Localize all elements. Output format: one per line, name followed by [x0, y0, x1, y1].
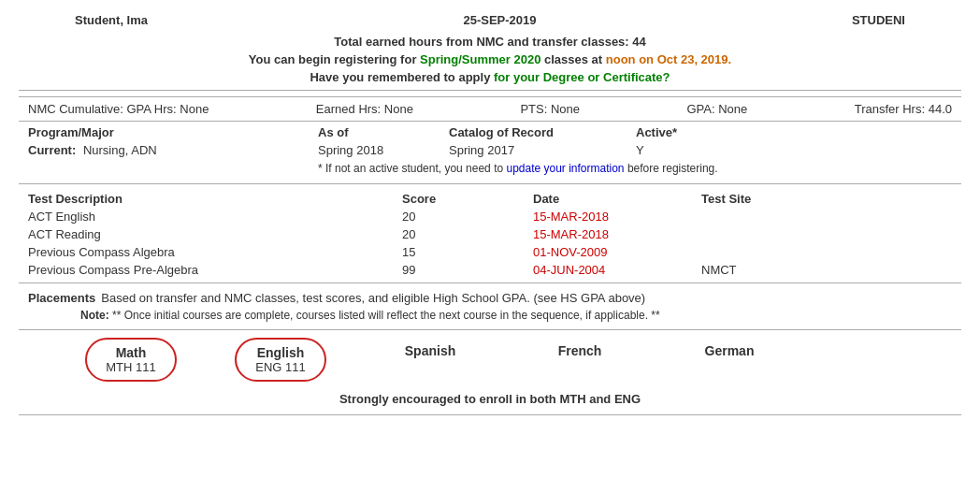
active-value: Y: [636, 143, 644, 157]
test-section: Test Description Score Date Test Site AC…: [19, 184, 961, 283]
placement-boxes-row: Math MTH 111 English ENG 111 Spanish Fre…: [19, 330, 961, 389]
register-time: noon on Oct 23, 2019.: [606, 52, 731, 66]
table-row: ACT English 20 15-MAR-2018: [19, 208, 961, 225]
test-score: 20: [402, 210, 533, 224]
degree-link[interactable]: for your Degree or Certificate?: [494, 70, 670, 84]
subject-title: French: [558, 343, 602, 358]
divider-bottom: [19, 414, 961, 415]
test-score: 20: [402, 227, 533, 241]
test-date: 15-MAR-2018: [533, 210, 701, 224]
subject-title: Math: [106, 345, 155, 360]
gpa-transfer: Transfer Hrs: 44.0: [855, 102, 952, 116]
placement-subject: Spanish: [355, 338, 505, 364]
placement-subject: German: [655, 338, 804, 364]
gpa-cumulative: NMC Cumulative: GPA Hrs: None: [28, 102, 209, 116]
test-description: Previous Compass Pre-Algebra: [28, 263, 402, 277]
test-description: Previous Compass Algebra: [28, 245, 402, 259]
subject-title: German: [705, 343, 755, 358]
earned-hours-text: Total earned hours from NMC and transfer…: [334, 35, 646, 49]
placements-description: Based on transfer and NMC classes, test …: [101, 291, 645, 305]
update-info-link[interactable]: update your information: [506, 162, 624, 175]
subject-title: Spanish: [405, 343, 455, 358]
placement-subject: English ENG 111: [206, 338, 355, 382]
placement-note-row: Note: ** Once initial courses are comple…: [28, 307, 952, 324]
as-of-header: As of: [318, 125, 449, 139]
catalog-value: Spring 2017: [449, 143, 636, 157]
test-description: ACT Reading: [28, 227, 402, 241]
test-date: 04-JUN-2004: [533, 263, 701, 277]
register-pre: You can begin registering for: [249, 52, 420, 66]
placement-note-label: Note:: [80, 309, 109, 322]
test-desc-header: Test Description: [28, 192, 402, 206]
test-score: 15: [402, 245, 533, 259]
test-header-row: Test Description Score Date Test Site: [19, 188, 961, 208]
divider-top: [19, 90, 961, 91]
register-mid: classes at: [540, 52, 605, 66]
placement-note-text: ** Once initial courses are complete, co…: [112, 309, 660, 322]
note-post: before registering.: [625, 162, 718, 175]
current-label: Current:: [28, 143, 76, 157]
test-rows: ACT English 20 15-MAR-2018 ACT Reading 2…: [19, 208, 961, 279]
table-row: ACT Reading 20 15-MAR-2018: [19, 225, 961, 243]
test-site-header: Test Site: [701, 192, 751, 206]
active-header: Active*: [636, 125, 677, 139]
subject-code: ENG 111: [255, 360, 305, 374]
note-pre: * If not an active student, you need to: [318, 162, 506, 175]
program-major-header: Program/Major: [28, 125, 318, 139]
test-date-header: Date: [533, 192, 701, 206]
table-row: Previous Compass Algebra 15 01-NOV-2009: [19, 243, 961, 261]
program-header-row: Program/Major As of Catalog of Record Ac…: [19, 122, 961, 141]
placements-section: Placements Based on transfer and NMC cla…: [19, 283, 961, 330]
encouraged-row: Strongly encouraged to enroll in both MT…: [19, 389, 961, 409]
gpa-earned: Earned Hrs: None: [316, 102, 413, 116]
gpa-pts: PTS: None: [520, 102, 580, 116]
test-description: ACT English: [28, 210, 402, 224]
program-data-row: Current: Nursing, ADN Spring 2018 Spring…: [19, 141, 961, 159]
placements-label: Placements: [28, 291, 95, 305]
placement-subject: Math MTH 111: [56, 338, 206, 382]
test-date: 01-NOV-2009: [533, 245, 701, 259]
test-score-header: Score: [402, 192, 533, 206]
as-of-value: Spring 2018: [318, 143, 449, 157]
register-link[interactable]: Spring/Summer 2020: [420, 52, 540, 66]
degree-pre: Have you remembered to apply: [310, 70, 494, 84]
gpa-gpa: GPA: None: [686, 102, 747, 116]
test-date: 15-MAR-2018: [533, 227, 701, 241]
program-note: * If not an active student, you need to …: [19, 159, 961, 178]
student-name: Student, Ima: [75, 13, 148, 27]
catalog-header: Catalog of Record: [449, 125, 636, 139]
student-id: STUDENI: [852, 13, 905, 27]
table-row: Previous Compass Pre-Algebra 99 04-JUN-2…: [19, 261, 961, 279]
placements-label-row: Placements Based on transfer and NMC cla…: [28, 289, 952, 307]
current-value: Nursing, ADN: [83, 143, 157, 157]
subject-title: English: [255, 345, 305, 360]
program-section: Program/Major As of Catalog of Record Ac…: [19, 122, 961, 184]
program-current: Current: Nursing, ADN: [28, 143, 318, 157]
header-date: 25-SEP-2019: [463, 13, 536, 27]
placement-subject: French: [505, 338, 655, 364]
test-score: 99: [402, 263, 533, 277]
test-site: NMCT: [701, 263, 737, 277]
gpa-row: NMC Cumulative: GPA Hrs: None Earned Hrs…: [19, 96, 961, 122]
subject-code: MTH 111: [106, 360, 155, 374]
